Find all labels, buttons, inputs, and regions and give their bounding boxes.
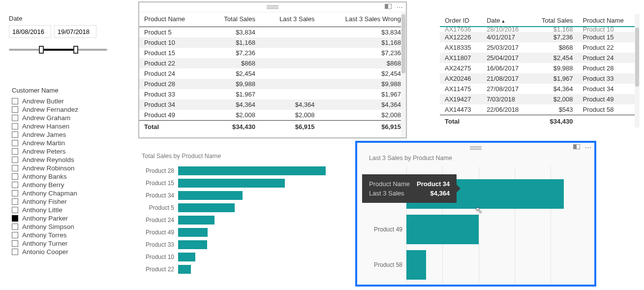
scrollbar-thumb[interactable] bbox=[635, 28, 639, 87]
focus-mode-icon[interactable] bbox=[385, 3, 392, 11]
customer-item[interactable]: Antonio Cooper bbox=[12, 248, 115, 256]
table-row[interactable]: AX2024621/08/2017$1,967Product 33 bbox=[440, 73, 637, 84]
customer-item[interactable]: Andrew Peters bbox=[12, 147, 115, 156]
customer-item[interactable]: Andrew Graham bbox=[12, 114, 115, 122]
more-options-icon[interactable]: ⋯ bbox=[585, 144, 591, 151]
checkbox-icon[interactable] bbox=[12, 173, 18, 180]
chart-bar-row[interactable]: Product 33 bbox=[139, 238, 345, 251]
table-header[interactable]: Product Name bbox=[139, 12, 206, 27]
table-row[interactable]: Product 10$1,168$1,168 bbox=[139, 37, 406, 48]
table-row[interactable]: Product 28$9,988$9,988 bbox=[139, 79, 406, 89]
customer-item[interactable]: Anthony Turner bbox=[12, 239, 115, 248]
chart-bar-row[interactable]: Product 49 bbox=[139, 226, 345, 238]
chart-bar[interactable] bbox=[178, 228, 208, 237]
table-row[interactable]: AX122264/01/2017$7,236Product 15 bbox=[440, 32, 637, 42]
chart-bar-row[interactable]: Product 22 bbox=[139, 263, 345, 275]
table-header[interactable]: Total Sales bbox=[206, 12, 260, 27]
table-header[interactable]: Total Sales bbox=[530, 14, 578, 27]
chart-bar[interactable] bbox=[178, 191, 243, 200]
customer-item[interactable]: Anthony Chapman bbox=[12, 189, 115, 197]
customer-item[interactable]: Andrew Reynolds bbox=[12, 156, 115, 164]
checkbox-icon[interactable] bbox=[12, 98, 18, 104]
chart-bar-row[interactable]: Product 28 bbox=[139, 164, 345, 177]
checkbox-icon[interactable] bbox=[12, 140, 18, 146]
table-row[interactable]: AX2427516/06/2017$9,988Product 28 bbox=[440, 63, 637, 73]
table-row[interactable]: Product 49$2,008$2,008$2,008 bbox=[139, 110, 406, 121]
table-header[interactable]: Last 3 Sales Wrong bbox=[319, 12, 406, 27]
chart-bar-row[interactable]: Product 5 bbox=[139, 201, 345, 214]
chart-bar[interactable] bbox=[406, 250, 426, 280]
customer-item[interactable]: Anthony Little bbox=[12, 206, 115, 214]
chart-total-sales[interactable]: Total Sales by Product Name Product 28Pr… bbox=[139, 151, 345, 289]
customer-item[interactable]: Andrew Robinson bbox=[12, 164, 115, 172]
checkbox-icon[interactable] bbox=[12, 182, 18, 188]
chart-bar-row[interactable]: Product 15 bbox=[139, 177, 345, 189]
checkbox-icon[interactable] bbox=[12, 224, 18, 230]
chart-bar-row[interactable]: Product 49 bbox=[357, 212, 594, 247]
customer-item[interactable]: Andrew James bbox=[12, 130, 115, 139]
table-header[interactable]: Order ID bbox=[440, 14, 482, 27]
date-start-input[interactable] bbox=[9, 25, 51, 38]
chart-bar[interactable] bbox=[178, 240, 207, 249]
date-slider[interactable] bbox=[9, 45, 107, 55]
checkbox-icon[interactable] bbox=[12, 207, 18, 213]
checkbox-icon[interactable] bbox=[12, 115, 18, 121]
table-row[interactable]: Product 24$2,454$2,454 bbox=[139, 68, 406, 79]
checkbox-icon[interactable] bbox=[12, 165, 18, 171]
checkbox-icon[interactable] bbox=[12, 106, 18, 113]
chart-bar-row[interactable]: Product 10 bbox=[139, 251, 345, 263]
customer-item[interactable]: Anthony Fisher bbox=[12, 197, 115, 206]
chart-bar-row[interactable]: Product 24 bbox=[139, 214, 345, 226]
focus-mode-icon[interactable] bbox=[573, 144, 580, 151]
drag-grip-icon[interactable] bbox=[267, 5, 278, 9]
table-row[interactable]: AX1147527/08/2017$4,364Product 34 bbox=[440, 84, 637, 94]
chart-bar[interactable] bbox=[178, 203, 235, 212]
checkbox-icon[interactable] bbox=[12, 123, 18, 129]
chart-bar[interactable] bbox=[178, 179, 285, 188]
customer-item[interactable]: Andrew Martin bbox=[12, 139, 115, 147]
table-row[interactable]: Product 5$3,834$3,834 bbox=[139, 27, 406, 38]
table-row[interactable]: AX1833525/03/2017$868Product 22 bbox=[440, 42, 637, 53]
date-end-input[interactable] bbox=[54, 25, 96, 38]
table-row[interactable]: Product 22$868$868 bbox=[139, 58, 406, 68]
checkbox-icon[interactable] bbox=[12, 157, 18, 163]
table-row[interactable]: Product 15$7,236$7,236 bbox=[139, 48, 406, 58]
customer-item[interactable]: Andrew Hansen bbox=[12, 122, 115, 130]
more-options-icon[interactable]: ⋯ bbox=[397, 3, 403, 11]
checkbox-icon[interactable] bbox=[12, 148, 18, 155]
checkbox-icon[interactable] bbox=[12, 249, 18, 255]
chart-bar[interactable] bbox=[178, 265, 191, 274]
chart-bar[interactable] bbox=[178, 166, 326, 175]
visual-header[interactable]: ⋯ bbox=[139, 2, 406, 12]
table-visual-orders[interactable]: Order IDDate▲Total SalesProduct Name AX1… bbox=[440, 14, 637, 128]
table-header[interactable]: Product Name bbox=[578, 14, 637, 27]
slider-thumb-end[interactable] bbox=[73, 46, 78, 54]
customer-item[interactable]: Anthony Simpson bbox=[12, 223, 115, 231]
table-header[interactable]: Date▲ bbox=[482, 14, 530, 27]
table-visual-products[interactable]: ⋯ Product NameTotal SalesLast 3 SalesLas… bbox=[139, 2, 406, 138]
checkbox-icon[interactable] bbox=[12, 240, 18, 247]
table-row[interactable]: AX1180725/04/2017$2,454Product 24 bbox=[440, 53, 637, 63]
customer-item[interactable]: Anthony Torres bbox=[12, 231, 115, 239]
slider-thumb-start[interactable] bbox=[39, 46, 44, 54]
customer-item[interactable]: Anthony Berry bbox=[12, 181, 115, 189]
table-row[interactable]: AX1763628/10/2016$1,168Product 10 bbox=[440, 27, 637, 32]
customer-item[interactable]: Andrew Butler bbox=[12, 97, 115, 105]
chart-bar-row[interactable]: Product 34 bbox=[139, 189, 345, 201]
checkbox-icon[interactable] bbox=[12, 198, 18, 205]
checkbox-icon[interactable] bbox=[12, 232, 18, 238]
customer-item[interactable]: Anthony Banks bbox=[12, 172, 115, 181]
drag-grip-icon[interactable] bbox=[470, 146, 482, 150]
chart-bar-row[interactable]: Product 58 bbox=[357, 247, 594, 283]
visual-header[interactable]: ⋯ bbox=[357, 143, 594, 153]
orders-table[interactable]: Order IDDate▲Total SalesProduct Name AX1… bbox=[440, 14, 637, 128]
scrollbar-thumb[interactable] bbox=[401, 14, 405, 73]
table-header[interactable]: Last 3 Sales bbox=[260, 12, 320, 27]
checkbox-icon[interactable] bbox=[12, 131, 18, 138]
chart-bar[interactable] bbox=[178, 253, 195, 261]
table-row[interactable]: AX1447322/06/2018$543Product 58 bbox=[440, 104, 637, 115]
chart-last3-sales[interactable]: ⋯ Last 3 Sales by Product Name Product 3… bbox=[355, 141, 596, 287]
chart-bar[interactable] bbox=[178, 216, 215, 225]
customer-item[interactable]: Anthony Parker bbox=[12, 214, 115, 223]
scrollbar-vertical[interactable] bbox=[401, 12, 406, 137]
